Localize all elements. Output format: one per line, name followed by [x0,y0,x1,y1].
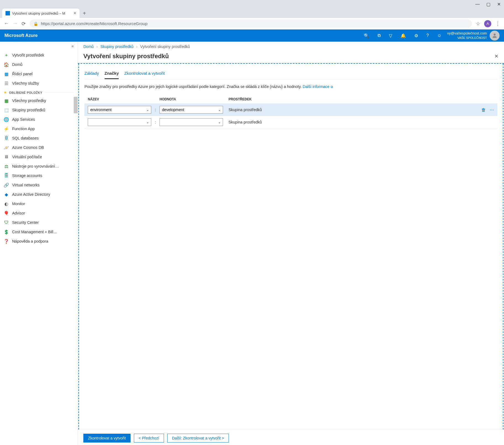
sidebar-item-active-directory[interactable]: ◆Azure Active Directory [0,190,78,199]
nav-forward-button[interactable]: → [13,21,18,26]
settings-gear-icon[interactable]: ⚙ [414,33,418,38]
tab-tags[interactable]: Značky [105,69,119,79]
delete-tag-button[interactable]: 🗑 [481,108,486,112]
col-header-value: HODNOTA [160,97,223,101]
balance-icon: ⚖ [4,164,9,169]
sidebar-scrollbar[interactable] [74,97,78,113]
sidebar-item-cosmos-db[interactable]: 🪐Azure Cosmos DB [0,143,78,152]
sidebar-item-sql-databases[interactable]: 🛢SQL databases [0,133,78,143]
gauge-icon: ◐ [4,201,9,206]
sidebar: « ＋ Vytvořit prostředek 🏠 Domů ▦ Řídicí … [0,42,78,445]
sidebar-item-load-balancers[interactable]: ⚖Nástroje pro vyrovnávání… [0,162,78,171]
browser-menu-icon[interactable]: ⋮ [495,21,500,27]
feedback-icon[interactable]: ☺ [437,33,442,38]
sidebar-item-advisor[interactable]: 🎈Advisor [0,208,78,218]
tag-row: ⌄ : ⌄ Skupina prostředků [84,116,497,128]
sidebar-collapse-button[interactable]: « [0,42,78,50]
blade-tabs: Základy Značky Zkontrolovat a vytvořit [84,69,497,79]
tag-row: ⌄ : ⌄ Skupina prostředků 🗑 ⋯ [84,103,497,116]
sidebar-item-help-support[interactable]: ❓Nápověda a podpora [0,237,78,246]
bolt-icon: ⚡ [4,126,9,131]
next-button[interactable]: Další: Zkontrolovat a vytvořit > [167,434,229,443]
browser-tab[interactable]: Vytvoření skupiny prostředků – M × [2,9,79,18]
database-icon: 🛢 [4,136,9,141]
breadcrumb: Domů › Skupiny prostředků › Vytvoření sk… [78,42,504,52]
col-header-resource: PROSTŘEDEK [223,97,475,101]
tag-name-input[interactable] [88,106,151,114]
sidebar-item-storage-accounts[interactable]: 🗄Storage accounts [0,171,78,180]
blade-close-button[interactable]: ✕ [494,53,498,59]
sidebar-item-virtual-networks[interactable]: 🔗Virtual networks [0,180,78,190]
dashboard-icon: ▦ [4,71,9,76]
cloud-shell-icon[interactable]: ⧉ [378,33,381,38]
search-icon[interactable]: 🔍 [364,33,369,38]
azure-header: Microsoft Azure 🔍 ⧉ ▽ 🔔 ⚙ ? ☺ vy@vašespo… [0,30,504,42]
sidebar-item-virtual-machines[interactable]: 🖥Virtuální počítače [0,152,78,162]
sidebar-all-services[interactable]: ☰ Všechny služby [0,79,78,88]
storage-icon: 🗄 [4,173,9,178]
tag-resource: Skupina prostředků [223,108,475,112]
network-icon: 🔗 [4,183,9,187]
blade-footer: Zkontrolovat a vytvořit < Předchozí Dalš… [78,430,504,445]
more-info-link[interactable]: Další informace ⧉ [303,84,333,89]
sidebar-item-function-app[interactable]: ⚡Function App [0,124,78,133]
blade-description: Použijte značky pro prostředky Azure pro… [84,84,497,90]
main-blade: Domů › Skupiny prostředků › Vytvoření sk… [78,42,504,445]
tab-title: Vytvoření skupiny prostředků – M [12,11,71,15]
more-actions-button[interactable]: ⋯ [490,108,494,112]
sidebar-dashboard[interactable]: ▦ Řídicí panel [0,69,78,79]
window-minimize-icon[interactable]: — [475,2,480,7]
sidebar-create-resource[interactable]: ＋ Vytvořit prostředek [0,50,78,60]
star-icon: ★ [4,91,7,94]
tab-close-icon[interactable]: × [74,11,76,16]
window-close-icon[interactable]: ✕ [497,2,501,7]
cube-icon: ⬚ [4,108,9,112]
sidebar-home[interactable]: 🏠 Domů [0,60,78,69]
sidebar-item-security-center[interactable]: 🛡Security Center [0,218,78,227]
account-company: VAŠE SPOLEČNOST [447,36,487,40]
previous-button[interactable]: < Předchozí [134,434,164,443]
home-icon: 🏠 [4,62,9,67]
review-create-button[interactable]: Zkontrolovat a vytvořit [83,434,131,443]
browser-chrome: — ▢ ✕ Vytvoření skupiny prostředků – M ×… [0,0,504,30]
plus-icon: ＋ [4,53,9,58]
col-header-name: NÁZEV [88,97,151,101]
monitor-icon: 🖥 [4,154,9,159]
sidebar-item-app-services[interactable]: 🌐App Services [0,115,78,124]
filter-icon[interactable]: ▽ [389,33,392,38]
sidebar-item-cost-management[interactable]: 💲Cost Management + Bill… [0,227,78,237]
breadcrumb-resource-groups[interactable]: Skupiny prostředků [100,44,134,49]
grid-icon: ▦ [4,98,9,103]
tab-basics[interactable]: Základy [84,69,99,79]
browser-profile-avatar[interactable]: A [484,20,491,27]
bookmark-star-icon[interactable]: ☆ [476,21,480,27]
notifications-icon[interactable]: 🔔 [400,33,406,38]
tag-value-input[interactable] [160,118,223,126]
sidebar-item-monitor[interactable]: ◐Monitor [0,199,78,208]
advisor-icon: 🎈 [4,211,9,216]
breadcrumb-home[interactable]: Domů [83,44,94,49]
account-info[interactable]: vy@vašespolečnost.com VAŠE SPOLEČNOST [447,31,487,40]
tag-value-input[interactable] [160,106,223,114]
address-bar[interactable]: 🔒 https://portal.azure.com/#create/Micro… [30,20,472,28]
nav-back-button[interactable]: ← [4,21,9,26]
sidebar-item-all-resources[interactable]: ▦Všechny prostředky [0,96,78,105]
new-tab-button[interactable]: + [83,10,86,17]
account-avatar-icon[interactable] [490,31,500,41]
blade-title: Vytvoření skupiny prostředků [83,53,169,60]
sidebar-favorites-header: ★ OBLÍBENÉ POLOŽKY [0,88,78,96]
url-text: https://portal.azure.com/#create/Microso… [41,21,147,26]
help-icon[interactable]: ? [426,33,429,38]
external-link-icon: ⧉ [331,85,333,89]
tag-name-input[interactable] [88,118,151,126]
list-icon: ☰ [4,81,9,86]
breadcrumb-current: Vytvoření skupiny prostředků [140,44,190,49]
tag-resource: Skupina prostředků [223,120,475,124]
sidebar-item-resource-groups[interactable]: ⬚Skupiny prostředků [0,105,78,115]
window-maximize-icon[interactable]: ▢ [486,2,490,7]
nav-reload-button[interactable]: ⟳ [22,21,26,27]
tab-review[interactable]: Zkontrolovat a vytvořit [124,69,165,79]
lock-icon: 🔒 [33,22,38,26]
tags-table: NÁZEV HODNOTA PROSTŘEDEK ⌄ : ⌄ [84,95,497,128]
azure-brand[interactable]: Microsoft Azure [4,33,38,38]
